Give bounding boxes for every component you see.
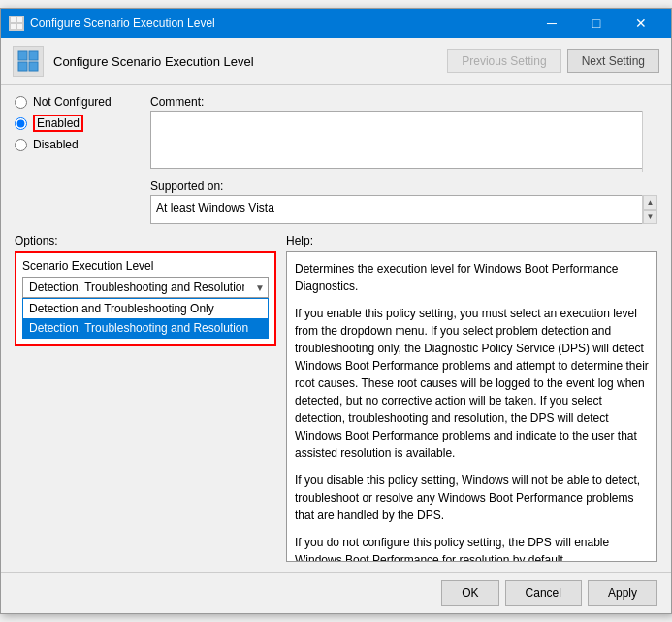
dropdown-list-item-1[interactable]: Detection and Troubleshooting Only: [23, 299, 268, 318]
help-p2: If you enable this policy setting, you m…: [295, 305, 649, 462]
footer: OK Cancel Apply: [1, 572, 671, 613]
supported-value: At least Windows Vista: [150, 195, 657, 224]
supported-scrollbar: ▲ ▼: [642, 195, 657, 224]
apply-button[interactable]: Apply: [588, 580, 657, 606]
disabled-radio[interactable]: [15, 139, 27, 151]
header-title: Configure Scenario Execution Level: [53, 54, 254, 69]
help-panel: Help: Determines the execution level for…: [286, 234, 657, 562]
dropdown-wrapper: Detection and Troubleshooting Only Detec…: [22, 277, 269, 298]
window-body: Not Configured Enabled Disabled Comment:: [1, 85, 671, 613]
help-p3: If you disable this policy setting, Wind…: [295, 472, 649, 524]
scenario-label: Scenario Execution Level: [22, 259, 269, 273]
execution-level-dropdown[interactable]: Detection and Troubleshooting Only Detec…: [22, 277, 269, 298]
svg-rect-3: [17, 24, 22, 29]
comment-scrollbar: [642, 111, 657, 172]
comment-textarea[interactable]: [150, 111, 657, 169]
header-icon: [13, 46, 44, 77]
svg-rect-7: [29, 62, 38, 71]
help-p4: If you do not configure this policy sett…: [295, 534, 649, 562]
enabled-label: Enabled: [33, 115, 83, 132]
navigation-buttons: Previous Setting Next Setting: [447, 49, 659, 73]
options-box: Scenario Execution Level Detection and T…: [15, 251, 276, 346]
header-bar: Configure Scenario Execution Level Previ…: [1, 38, 671, 85]
supported-label: Supported on:: [150, 180, 657, 193]
previous-setting-button[interactable]: Previous Setting: [447, 49, 560, 73]
enabled-option[interactable]: Enabled: [15, 115, 150, 132]
title-bar-controls: ─ □ ✕: [529, 9, 663, 38]
minimize-button[interactable]: ─: [529, 9, 574, 38]
window-icon: [9, 16, 24, 31]
supported-section: Supported on: At least Windows Vista ▲ ▼: [150, 180, 657, 224]
svg-rect-0: [11, 17, 16, 22]
scroll-up-arrow[interactable]: ▲: [643, 195, 657, 210]
ok-button[interactable]: OK: [441, 580, 498, 606]
dropdown-list-item-2[interactable]: Detection, Troubleshooting and Resolutio…: [23, 318, 268, 338]
enabled-radio[interactable]: [15, 117, 27, 130]
options-help-section: Options: Scenario Execution Level Detect…: [15, 234, 657, 562]
close-button[interactable]: ✕: [619, 9, 663, 38]
title-bar: Configure Scenario Execution Level ─ □ ✕: [1, 9, 671, 38]
not-configured-option[interactable]: Not Configured: [15, 95, 150, 109]
title-bar-text: Configure Scenario Execution Level: [30, 16, 529, 30]
options-label: Options:: [15, 234, 276, 247]
supported-wrap: At least Windows Vista ▲ ▼: [150, 195, 657, 224]
svg-rect-4: [18, 51, 27, 60]
content-area: Not Configured Enabled Disabled Comment:: [1, 85, 671, 572]
comment-section: Comment:: [150, 95, 657, 172]
next-setting-button[interactable]: Next Setting: [567, 49, 659, 73]
disabled-label: Disabled: [33, 138, 79, 151]
svg-rect-5: [29, 51, 38, 60]
svg-rect-1: [17, 17, 22, 22]
svg-rect-2: [11, 24, 16, 29]
options-panel: Options: Scenario Execution Level Detect…: [15, 234, 276, 562]
help-p1: Determines the execution level for Windo…: [295, 260, 649, 295]
scroll-down-arrow[interactable]: ▼: [643, 210, 657, 224]
help-box[interactable]: Determines the execution level for Windo…: [286, 251, 657, 562]
comment-label: Comment:: [150, 95, 657, 109]
help-label: Help:: [286, 234, 657, 247]
radio-group: Not Configured Enabled Disabled: [15, 95, 150, 224]
not-configured-radio[interactable]: [15, 96, 27, 109]
maximize-button[interactable]: □: [574, 9, 619, 38]
comment-area-wrap: [150, 111, 657, 172]
dropdown-list: Detection and Troubleshooting Only Detec…: [22, 298, 269, 339]
right-fields: Comment: Supported on: At least Windows …: [150, 95, 657, 224]
cancel-button[interactable]: Cancel: [505, 580, 582, 606]
help-text: Determines the execution level for Windo…: [295, 260, 649, 562]
not-configured-label: Not Configured: [33, 95, 112, 109]
svg-rect-6: [18, 62, 27, 71]
main-window: Configure Scenario Execution Level ─ □ ✕…: [0, 8, 672, 614]
disabled-option[interactable]: Disabled: [15, 138, 150, 151]
upper-section: Not Configured Enabled Disabled Comment:: [15, 95, 657, 224]
